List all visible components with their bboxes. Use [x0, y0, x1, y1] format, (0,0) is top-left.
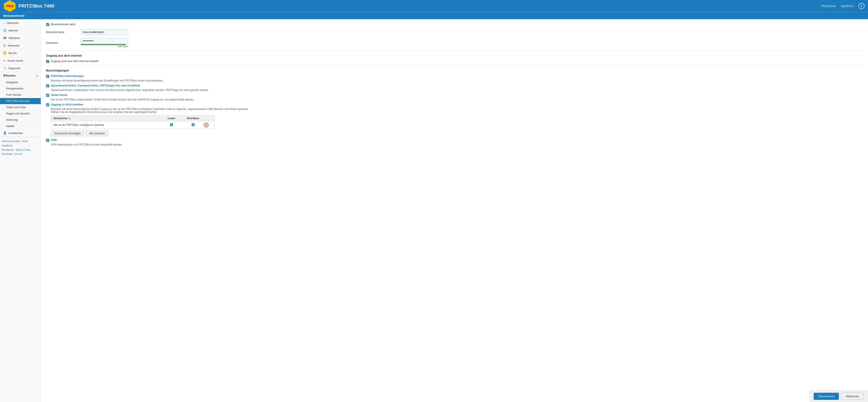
col-verzeichnis-header: Verzeichnis ⇅ — [53, 117, 161, 120]
sidebar-sub-push-service[interactable]: Push Service — [0, 92, 41, 98]
system-icon: ⚙ — [3, 74, 6, 77]
nas-row-lesen — [161, 123, 182, 127]
nas-delete-cell: ✕ — [204, 123, 212, 127]
sidebar-item-label: Internet — [8, 29, 18, 32]
sidebar-sub-ereignisse[interactable]: Ereignisse — [0, 79, 41, 86]
perm-vpn-checkbox[interactable] — [46, 139, 49, 142]
nas-schreiben-checkbox[interactable] — [192, 123, 194, 126]
footer-link-handbuch[interactable]: Handbuch — [2, 144, 12, 147]
sidebar-item-wlan[interactable]: 📶 WLAN — [0, 49, 41, 57]
phone-icon: ☎ — [3, 36, 7, 40]
internet-icon: 🌐 — [3, 29, 7, 32]
sidebar-sub-fritzbox-benutzer[interactable]: FRITZ!Box-Benutzer — [0, 98, 41, 104]
myfritz-link[interactable]: MyFRITZ! — [841, 4, 853, 8]
verzeichnis-hinzufuegen-button[interactable]: Verzeichnis hinzufügen — [51, 131, 84, 136]
perm-nas-label: Zugang zu NAS-Inhalten — [51, 103, 83, 106]
perm-sprach-label: Sprachnachrichten, Faxnachrichten, FRITZ… — [51, 84, 140, 87]
perm-smarthome-checkbox[interactable] — [46, 94, 49, 97]
perm-fritzbox-checkbox[interactable] — [46, 75, 49, 78]
header: FRITZ! FRITZ!Box 7490 FRITZ!NAS MyFRITZ!… — [0, 0, 868, 12]
perm-vpn-desc: VPN-Verbindungen zur FRITZ!Box können he… — [51, 143, 863, 146]
sort-icon[interactable]: ⇅ — [68, 117, 70, 120]
sidebar-item-label: Übersicht — [6, 21, 18, 25]
header-links: FRITZ!NAS MyFRITZ! — [821, 4, 853, 8]
benutzername-input[interactable] — [81, 29, 128, 35]
sidebar-item-heimnetz[interactable]: 🖥 Heimnetz — [0, 42, 41, 49]
strength-label: sehr stark — [81, 45, 128, 48]
sidebar: ⌂ Übersicht 🌐 Internet ☎ Telefonie 🖥 Hei… — [0, 19, 41, 402]
wlan-icon: 📶 — [3, 51, 7, 55]
nas-table-header: Verzeichnis ⇅ Lesen Schreiben — [51, 116, 215, 121]
footer-link-rechtliches[interactable]: Rechtliches — [2, 149, 14, 151]
subheader-title: Benutzerkonto — [3, 14, 25, 18]
sidebar-assistenten-label: Assistenten — [8, 131, 23, 135]
perm-sprach-desc: Sprachnachrichten, empfangene Faxe und d… — [51, 89, 863, 92]
fritznas-link[interactable]: FRITZ!NAS — [821, 4, 836, 8]
footer-link-avm[interactable]: avm.de — [14, 153, 22, 155]
footer-link-tipps[interactable]: Tipps & Tricks — [16, 149, 30, 151]
berechtigungen-title: Berechtigungen — [46, 69, 863, 72]
assistenten-icon: 👤 — [3, 131, 7, 135]
nas-table-row: Alle an der FRITZ!Box verfügbaren Speich… — [51, 121, 215, 129]
fritz-logo: FRITZ! — [3, 0, 16, 12]
perm-smarthome-label: Smart Home — [51, 93, 67, 97]
diagnose-icon: 🔍 — [3, 66, 7, 70]
footer-link-newsletter[interactable]: Newsletter — [2, 153, 13, 155]
smarthome-icon: ⊙ — [3, 59, 6, 62]
sidebar-item-smart-home[interactable]: ⊙ Smart Home — [0, 57, 41, 64]
password-wrapper: sehr stark — [81, 38, 128, 48]
sidebar-item-internet[interactable]: 🌐 Internet — [0, 27, 41, 34]
nas-row-schreiben — [182, 123, 204, 127]
sidebar-item-telefonie[interactable]: ☎ Telefonie — [0, 34, 41, 42]
main-content: Benutzerkonto aktiv Benutzername Kennwor… — [41, 19, 868, 402]
col-schreiben-header: Schreiben — [182, 117, 204, 120]
perm-fritzbox-desc: Benutzer mit dieser Berechtigung können … — [51, 79, 863, 82]
kennwort-input[interactable] — [81, 38, 128, 44]
perm-nas-checkbox[interactable] — [46, 103, 49, 106]
sidebar-sub-sicherung[interactable]: Sicherung — [0, 117, 41, 123]
home-icon: ⌂ — [3, 21, 5, 25]
permission-sprachnachrichten: Sprachnachrichten, Faxnachrichten, FRITZ… — [46, 84, 863, 92]
header-title: FRITZ!Box 7490 — [19, 3, 821, 9]
benutzername-label: Benutzername — [46, 30, 81, 34]
permission-nas: Zugang zu NAS-Inhalten Benutzer mit dies… — [46, 103, 863, 136]
sidebar-item-uebersicht[interactable]: ⌂ Übersicht — [0, 19, 41, 27]
kennwort-label: Kennwort — [46, 41, 81, 44]
sidebar-item-diagnose[interactable]: 🔍 Diagnose — [0, 64, 41, 72]
alle-entfernen-button[interactable]: Alle entfernen — [86, 131, 108, 136]
permission-fritzbox-einstellungen: FRITZ!Box Einstellungen Benutzer mit die… — [46, 74, 863, 82]
benutzerkonto-aktiv-label: Benutzerkonto aktiv — [51, 23, 75, 26]
permission-vpn: VPN VPN-Verbindungen zur FRITZ!Box könne… — [46, 138, 863, 146]
sidebar-system-label: System — [6, 74, 16, 77]
sidebar-item-system[interactable]: ⚙ System ▲ — [0, 72, 41, 79]
nas-row-dir: Alle an der FRITZ!Box verfügbaren Speich… — [53, 124, 161, 126]
abbrechen-button[interactable]: Abbrechen — [841, 393, 864, 400]
perm-fritzbox-label: FRITZ!Box Einstellungen — [51, 74, 84, 78]
layout: ⌂ Übersicht 🌐 Internet ☎ Telefonie 🖥 Hei… — [0, 19, 868, 402]
sidebar-sub-region-sprache[interactable]: Region und Sprache — [0, 111, 41, 117]
sidebar-item-label: WLAN — [8, 52, 17, 55]
perm-sprach-checkbox[interactable] — [46, 84, 49, 87]
sidebar-footer: Ansicht: Erweitert Inhalt Handbuch Recht… — [0, 137, 41, 158]
benutzername-row: Benutzername — [46, 29, 863, 35]
heimnetz-icon: 🖥 — [3, 44, 6, 47]
zugang-checkbox-row: Zugang auch aus dem Internet erlaubt — [46, 60, 863, 63]
sidebar-item-label: Smart Home — [7, 59, 23, 62]
nas-delete-button[interactable]: ✕ — [204, 123, 209, 127]
uebernehmen-button[interactable]: Übernehmen — [814, 393, 839, 400]
nas-buttons: Verzeichnis hinzufügen Alle entfernen — [51, 131, 863, 136]
nas-lesen-checkbox[interactable] — [170, 123, 173, 126]
help-icon[interactable]: ? — [859, 3, 865, 9]
content-area: Benutzerkonto aktiv Benutzername Kennwor… — [41, 19, 868, 164]
sidebar-sub-tasten-leds[interactable]: Tasten und LEDs — [0, 104, 41, 111]
permission-smart-home: Smart Home Die an der FRITZ!Box angemeld… — [46, 93, 863, 101]
footer-link-inhalt[interactable]: Inhalt — [22, 140, 28, 143]
sidebar-sub-update[interactable]: Update — [0, 123, 41, 129]
zugang-checkbox[interactable] — [46, 60, 49, 63]
sidebar-item-label: Heimnetz — [8, 44, 20, 47]
benutzerkonto-aktiv-checkbox[interactable] — [46, 23, 49, 26]
sidebar-item-assistenten[interactable]: 👤 Assistenten — [0, 129, 41, 137]
perm-nas-desc: Benutzer mit dieser Berechtigung erhalte… — [51, 107, 863, 114]
footer-link-ansicht[interactable]: Ansicht: Erweitert — [2, 140, 20, 143]
sidebar-sub-energiemonitor[interactable]: Energiemonitor — [0, 86, 41, 92]
